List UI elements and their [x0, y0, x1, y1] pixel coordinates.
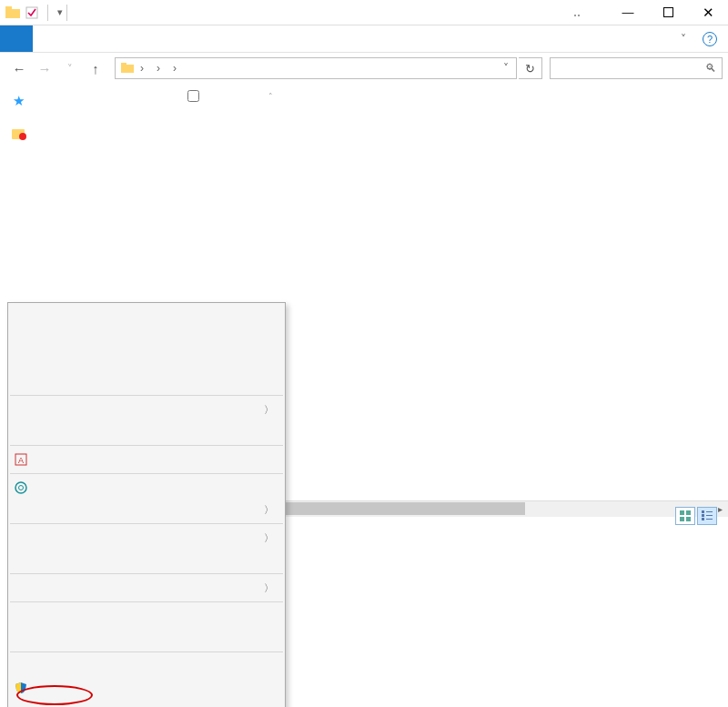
- separator: [66, 5, 67, 21]
- share-tab[interactable]: [58, 25, 84, 52]
- menu-item-delete[interactable]: [8, 677, 285, 699]
- search-input[interactable]: 🔍︎: [550, 57, 723, 79]
- svg-rect-6: [680, 510, 684, 515]
- breadcrumb[interactable]: [179, 58, 187, 78]
- qat-dropdown-icon[interactable]: ▾: [57, 6, 63, 18]
- view-thumbnails-button[interactable]: [675, 507, 695, 525]
- up-button[interactable]: ↑: [84, 56, 107, 80]
- svg-text:A: A: [18, 456, 24, 465]
- context-menu: 〉 A 〉 〉 〉: [7, 302, 286, 707]
- svg-rect-12: [702, 514, 704, 517]
- address-bar[interactable]: › › › ˅: [115, 57, 517, 79]
- breadcrumb[interactable]: [163, 58, 170, 78]
- menu-item-eset-scan[interactable]: [8, 477, 285, 499]
- column-header-date[interactable]: [423, 84, 560, 108]
- chevron-right-icon: 〉: [264, 531, 274, 545]
- forward-button[interactable]: →: [33, 56, 56, 80]
- chevron-right-icon[interactable]: ›: [154, 62, 163, 75]
- menu-item-include-library[interactable]: 〉: [8, 527, 285, 549]
- svg-rect-2: [26, 7, 37, 18]
- svg-rect-3: [663, 8, 672, 17]
- menu-item-share-with[interactable]: 〉: [8, 399, 285, 420]
- menu-item-open[interactable]: [8, 305, 285, 327]
- chevron-right-icon: 〉: [264, 503, 274, 517]
- column-header-name[interactable]: ˄: [208, 84, 423, 108]
- separator: [10, 601, 283, 602]
- svg-rect-7: [686, 510, 691, 515]
- chevron-right-icon: 〉: [264, 581, 274, 595]
- shield-icon: [14, 681, 28, 695]
- svg-rect-10: [702, 510, 704, 513]
- chevron-right-icon[interactable]: ›: [170, 62, 179, 75]
- menu-item-open-new-window[interactable]: [8, 327, 285, 348]
- select-all-checkbox[interactable]: [187, 90, 199, 102]
- menu-item-phraseexpander[interactable]: [8, 348, 285, 370]
- separator: [10, 573, 283, 574]
- svg-rect-13: [706, 515, 713, 516]
- menu-item-send-to[interactable]: 〉: [8, 577, 285, 599]
- breadcrumb[interactable]: [147, 58, 154, 78]
- view-tab[interactable]: [84, 25, 109, 52]
- history-dropdown[interactable]: ˅: [58, 56, 82, 80]
- svg-rect-15: [706, 519, 713, 520]
- svg-rect-1: [5, 6, 12, 10]
- view-switcher: [675, 507, 717, 525]
- ribbon: ˅ ?: [0, 25, 728, 53]
- svg-rect-4: [121, 65, 134, 73]
- chevron-right-icon: 〉: [264, 403, 274, 417]
- svg-point-19: [19, 486, 24, 490]
- svg-rect-9: [686, 517, 691, 521]
- back-button[interactable]: ←: [7, 56, 31, 80]
- collapse-ribbon-icon[interactable]: ˅: [681, 33, 686, 45]
- eset-icon: [14, 480, 28, 495]
- properties-icon[interactable]: [25, 6, 38, 19]
- sort-asc-icon: ˄: [268, 92, 273, 101]
- column-header-size[interactable]: [665, 84, 714, 108]
- svg-rect-8: [680, 517, 684, 521]
- svg-rect-5: [121, 63, 126, 66]
- refresh-button[interactable]: ↻: [519, 57, 542, 79]
- column-header-type[interactable]: [560, 84, 665, 108]
- column-headers: ˄: [177, 84, 728, 108]
- menu-item-pin-start[interactable]: [8, 549, 285, 571]
- separator: [47, 5, 48, 21]
- separator: [10, 445, 283, 446]
- home-tab[interactable]: [33, 25, 58, 52]
- star-icon: ★: [11, 95, 25, 107]
- help-icon[interactable]: ?: [703, 32, 717, 46]
- sidebar-item-creative-cloud[interactable]: [11, 124, 177, 144]
- separator: [10, 395, 283, 396]
- menu-item-restore-versions[interactable]: [8, 420, 285, 442]
- separator: [10, 651, 283, 652]
- separator: [10, 473, 283, 474]
- view-details-button[interactable]: [697, 507, 717, 525]
- menu-item-advanced-options[interactable]: 〉: [8, 499, 285, 520]
- menu-item-cut[interactable]: [8, 605, 285, 627]
- svg-rect-14: [702, 518, 704, 520]
- address-dropdown-icon[interactable]: ˅: [498, 62, 514, 75]
- acrobat-icon: A: [14, 452, 28, 467]
- close-button[interactable]: ✕: [688, 0, 728, 25]
- sidebar-item-quick-access[interactable]: ★: [11, 91, 177, 111]
- svg-rect-0: [5, 9, 20, 18]
- svg-rect-11: [706, 511, 713, 512]
- cloud-icon: [11, 127, 25, 140]
- menu-item-rename[interactable]: [8, 699, 285, 707]
- title-bar: ▾ ‥ — ✕: [0, 0, 728, 25]
- search-icon: 🔍︎: [705, 62, 716, 75]
- folder-icon: [119, 60, 136, 76]
- maximize-button[interactable]: [648, 0, 688, 25]
- folder-icon: [5, 6, 20, 19]
- window-drag-dots: ‥: [573, 6, 582, 19]
- menu-item-create-shortcut[interactable]: [8, 655, 285, 677]
- separator: [10, 523, 283, 524]
- menu-item-combine-acrobat[interactable]: A: [8, 449, 285, 470]
- nav-row: ← → ˅ ↑ › › › ˅ ↻ 🔍︎: [0, 53, 728, 84]
- menu-item-pin-quick-access[interactable]: [8, 370, 285, 392]
- file-tab[interactable]: [0, 25, 33, 52]
- svg-point-18: [15, 482, 26, 493]
- minimize-button[interactable]: —: [608, 0, 648, 25]
- chevron-right-icon[interactable]: ›: [137, 62, 147, 75]
- menu-item-copy[interactable]: [8, 627, 285, 649]
